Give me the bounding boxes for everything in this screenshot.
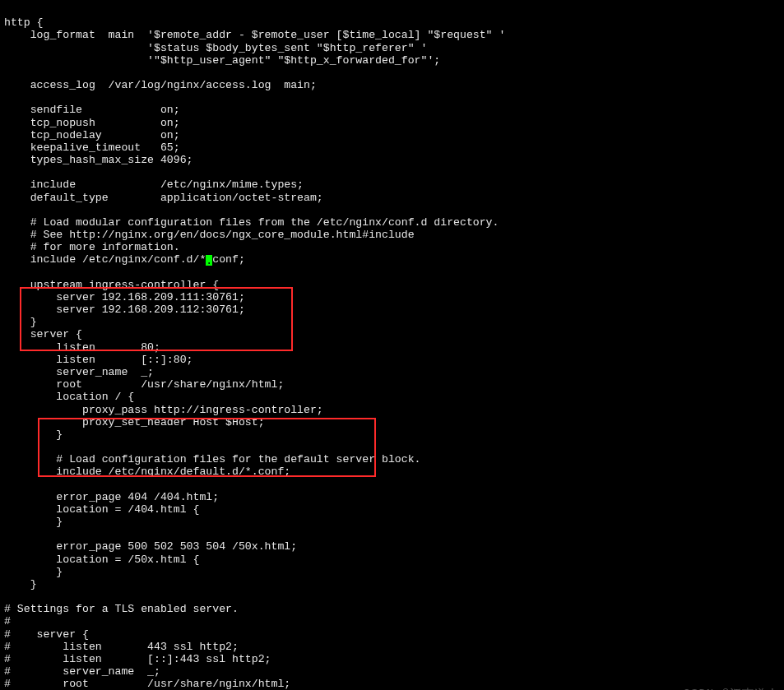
- code-line: # Load configuration files for the defau…: [4, 453, 420, 465]
- code-line: server 192.168.209.111:30761;: [4, 291, 245, 303]
- code-line: tcp_nopush on;: [4, 117, 180, 129]
- code-line: proxy_set_header Host $Host;: [4, 416, 265, 428]
- code-line: }: [4, 316, 37, 328]
- code-line: access_log /var/log/nginx/access.log mai…: [4, 79, 317, 91]
- code-line: listen 80;: [4, 341, 160, 354]
- code-line: include /etc/nginx/conf.d/*: [4, 253, 206, 266]
- code-line: # server {: [4, 628, 89, 641]
- code-line: # Settings for a TLS enabled server.: [4, 603, 239, 615]
- code-line: #: [4, 615, 11, 627]
- code-line: }: [4, 428, 63, 441]
- code-line: types_hash_max_size 4096;: [4, 154, 193, 166]
- code-line: listen [::]:80;: [4, 354, 193, 366]
- terminal-output[interactable]: http { log_format main '$remote_addr - $…: [4, 16, 505, 690]
- code-line: # for more information.: [4, 241, 180, 253]
- code-line: server {: [4, 328, 82, 340]
- code-line: # Load modular configuration files from …: [4, 216, 499, 229]
- code-line: error_page 500 502 503 504 /50x.html;: [4, 540, 297, 553]
- code-line: server 192.168.209.112:30761;: [4, 303, 245, 316]
- code-line: proxy_pass http://ingress-controller;: [4, 404, 323, 416]
- code-line: # See http://nginx.org/en/docs/ngx_core_…: [4, 229, 415, 241]
- code-line: log_format main '$remote_addr - $remote_…: [4, 29, 505, 41]
- code-line: error_page 404 /404.html;: [4, 491, 219, 503]
- code-line: server_name _;: [4, 366, 154, 378]
- code-line: http {: [4, 16, 43, 29]
- code-line: }: [4, 516, 63, 528]
- code-line: location = /50x.html {: [4, 553, 199, 566]
- code-line: '$status $body_bytes_sent "$http_referer…: [4, 42, 427, 54]
- code-line: # server_name _;: [4, 665, 160, 678]
- code-line: }: [4, 566, 63, 578]
- code-line: location = /404.html {: [4, 503, 199, 516]
- code-line: # listen 443 ssl http2;: [4, 641, 239, 653]
- code-line: '"$http_user_agent" "$http_x_forwarded_f…: [4, 54, 440, 67]
- code-line: default_type application/octet-stream;: [4, 192, 323, 204]
- code-line: # root /usr/share/nginx/html;: [4, 678, 290, 690]
- code-line: sendfile on;: [4, 104, 180, 116]
- code-line: include /etc/nginx/mime.types;: [4, 178, 304, 191]
- code-line: keepalive_timeout 65;: [4, 141, 180, 154]
- code-line: include /etc/nginx/default.d/*.conf;: [4, 465, 290, 478]
- code-line-tail: conf;: [212, 253, 245, 266]
- code-line: location / {: [4, 391, 134, 403]
- code-line: tcp_nodelay on;: [4, 129, 180, 141]
- code-line: # listen [::]:443 ssl http2;: [4, 653, 271, 665]
- code-line: upstream ingress-controller {: [4, 279, 219, 291]
- code-line: }: [4, 578, 37, 590]
- code-line: root /usr/share/nginx/html;: [4, 378, 284, 391]
